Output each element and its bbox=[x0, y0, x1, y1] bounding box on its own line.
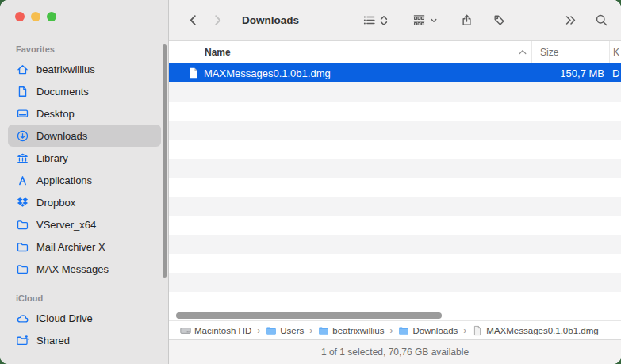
view-arrows-icon[interactable] bbox=[379, 14, 389, 27]
path-item-label: Users bbox=[280, 326, 304, 335]
sidebar-item-label: Desktop bbox=[36, 108, 75, 120]
home-icon bbox=[16, 63, 29, 76]
path-item-label: Macintosh HD bbox=[194, 326, 251, 335]
sidebar-item-beatrixwillius[interactable]: beatrixwillius bbox=[8, 58, 161, 80]
share-icon[interactable] bbox=[460, 13, 473, 27]
sidebar-item-label: Applications bbox=[36, 174, 92, 186]
list-header: Name Size K bbox=[169, 41, 621, 63]
window-title: Downloads bbox=[242, 14, 299, 26]
empty-row[interactable] bbox=[169, 216, 621, 235]
empty-row[interactable] bbox=[169, 235, 621, 254]
back-button[interactable] bbox=[186, 13, 200, 27]
file-kind-cell: D bbox=[609, 67, 621, 79]
path-item-label: Downloads bbox=[412, 326, 458, 335]
sidebar-section-label-icloud: iCloud bbox=[16, 293, 168, 303]
empty-row[interactable] bbox=[169, 159, 621, 178]
sidebar-item-documents[interactable]: Documents bbox=[8, 80, 161, 102]
list-view-icon[interactable] bbox=[362, 13, 376, 27]
path-bar: Macintosh HD›Users›beatrixwillius›Downlo… bbox=[169, 320, 621, 339]
path-item-downloads[interactable]: Downloads bbox=[398, 325, 458, 336]
content-area: Downloads Name Size K MAXMessages0.1.0b1… bbox=[168, 0, 621, 364]
file-small-icon bbox=[472, 325, 483, 336]
sidebar-item-vserver-x64[interactable]: VServer_x64 bbox=[8, 213, 161, 236]
sidebar: FavoritesbeatrixwilliusDocumentsDesktopD… bbox=[0, 0, 168, 364]
dropbox-icon bbox=[16, 196, 29, 209]
folder-blue-icon bbox=[398, 325, 409, 336]
sidebar-item-label: Dropbox bbox=[36, 197, 75, 209]
empty-row[interactable] bbox=[169, 292, 621, 311]
group-view-icon[interactable] bbox=[412, 13, 426, 27]
zoom-button[interactable] bbox=[47, 12, 56, 21]
minimize-button[interactable] bbox=[31, 12, 40, 21]
empty-row[interactable] bbox=[169, 140, 621, 159]
download-icon bbox=[16, 129, 29, 143]
empty-row[interactable] bbox=[169, 121, 621, 140]
sidebar-item-label: beatrixwillius bbox=[36, 63, 95, 75]
path-separator: › bbox=[463, 325, 466, 336]
empty-row[interactable] bbox=[169, 82, 621, 102]
finder-window: FavoritesbeatrixwilliusDocumentsDesktopD… bbox=[0, 0, 621, 364]
file-name-label: MAXMessages0.1.0b1.dmg bbox=[204, 67, 331, 79]
file-size-cell: 150,7 MB bbox=[531, 67, 609, 79]
document-icon bbox=[16, 85, 29, 98]
hard-drive-icon bbox=[180, 325, 191, 336]
column-header-size[interactable]: Size bbox=[532, 47, 609, 58]
path-item-label: MAXMessages0.1.0b1.dmg bbox=[486, 326, 598, 335]
sidebar-item-label: iCloud Drive bbox=[36, 312, 93, 324]
sidebar-item-label: Shared bbox=[36, 335, 70, 347]
toolbar: Downloads bbox=[169, 0, 621, 41]
forward-button[interactable] bbox=[211, 13, 224, 27]
sidebar-item-dropbox[interactable]: Dropbox bbox=[8, 191, 161, 213]
path-separator: › bbox=[257, 325, 260, 336]
column-header-name-label: Name bbox=[205, 47, 231, 58]
path-separator: › bbox=[309, 325, 312, 336]
folder-icon bbox=[16, 262, 29, 276]
path-item-beatrixwillius[interactable]: beatrixwillius bbox=[318, 325, 384, 336]
sidebar-item-label: Documents bbox=[36, 86, 89, 98]
sidebar-scrollbar[interactable] bbox=[163, 44, 167, 278]
sidebar-section-label-favorites: Favorites bbox=[16, 44, 168, 54]
folder-blue-icon bbox=[318, 325, 329, 336]
tag-icon[interactable] bbox=[493, 13, 506, 27]
sidebar-item-downloads[interactable]: Downloads bbox=[8, 125, 161, 147]
column-header-name[interactable]: Name bbox=[169, 47, 531, 58]
status-bar: 1 of 1 selected, 70,76 GB available bbox=[169, 339, 621, 364]
sidebar-item-label: Mail Archiver X bbox=[36, 241, 105, 253]
sidebar-item-label: Library bbox=[36, 152, 68, 164]
desktop-icon bbox=[16, 107, 29, 121]
horizontal-scrollbar[interactable] bbox=[176, 312, 442, 319]
empty-row[interactable] bbox=[169, 178, 621, 197]
column-header-kind[interactable]: K bbox=[610, 47, 621, 58]
sidebar-item-desktop[interactable]: Desktop bbox=[8, 102, 161, 125]
file-row-maxmessages0-1-0b1-dmg[interactable]: MAXMessages0.1.0b1.dmg150,7 MBD bbox=[169, 63, 621, 82]
search-icon[interactable] bbox=[595, 13, 608, 27]
sidebar-item-label: Downloads bbox=[36, 130, 87, 142]
sidebar-item-icloud-drive[interactable]: iCloud Drive bbox=[8, 307, 161, 329]
close-button[interactable] bbox=[15, 12, 25, 21]
sidebar-item-library[interactable]: Library bbox=[8, 147, 161, 169]
sidebar-item-shared[interactable]: Shared bbox=[8, 329, 161, 351]
icloud-icon bbox=[16, 312, 29, 325]
shared-folder-icon bbox=[16, 334, 29, 347]
empty-row[interactable] bbox=[169, 197, 621, 216]
folder-icon bbox=[16, 218, 29, 232]
empty-row[interactable] bbox=[169, 254, 621, 273]
applications-icon bbox=[16, 174, 29, 187]
path-item-users[interactable]: Users bbox=[266, 325, 304, 336]
horizontal-scroll-area bbox=[169, 311, 621, 320]
folder-icon bbox=[16, 240, 29, 254]
empty-row[interactable] bbox=[169, 273, 621, 292]
sidebar-item-applications[interactable]: Applications bbox=[8, 169, 161, 191]
sidebar-item-max-messages[interactable]: MAX Messages bbox=[8, 258, 161, 280]
sidebar-sections: FavoritesbeatrixwilliusDocumentsDesktopD… bbox=[0, 44, 168, 351]
path-separator: › bbox=[389, 325, 393, 336]
window-controls bbox=[15, 12, 56, 21]
path-item-maxmessages0-1-0b1-dmg[interactable]: MAXMessages0.1.0b1.dmg bbox=[472, 325, 598, 336]
empty-row[interactable] bbox=[169, 102, 621, 121]
folder-blue-icon bbox=[266, 325, 277, 336]
more-toolbar-items-icon[interactable] bbox=[564, 13, 577, 27]
sidebar-item-label: VServer_x64 bbox=[36, 219, 96, 231]
chevron-down-icon[interactable] bbox=[430, 17, 438, 25]
path-item-macintosh-hd[interactable]: Macintosh HD bbox=[180, 325, 251, 336]
sidebar-item-mail-archiver-x[interactable]: Mail Archiver X bbox=[8, 236, 161, 258]
